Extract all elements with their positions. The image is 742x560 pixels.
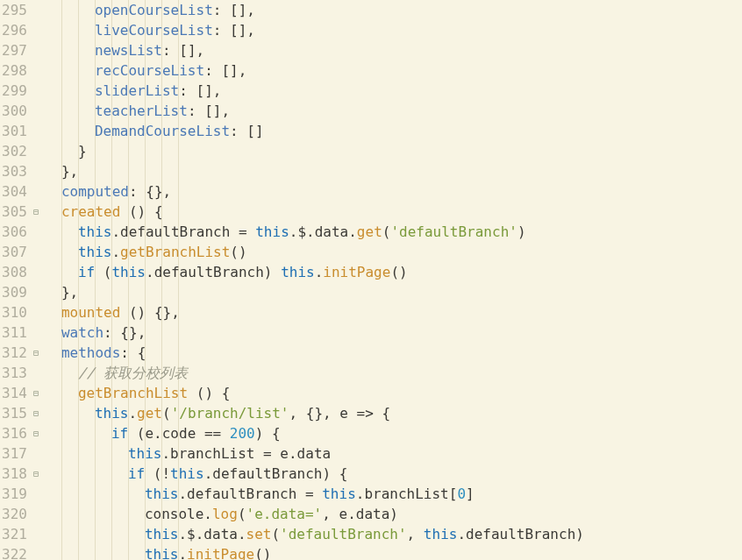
token-ident: code: [162, 425, 196, 442]
token-key: methods: [61, 344, 120, 361]
code-editor[interactable]: 2952962972982993003013023033043053063073…: [0, 0, 742, 560]
code-line[interactable]: liveCourseList: [],: [45, 20, 742, 40]
fold-marker[interactable]: ⊟: [31, 423, 41, 443]
token-method: log: [212, 506, 238, 522]
line-number: 321: [2, 524, 27, 544]
code-line[interactable]: this.getBranchList(): [45, 242, 742, 262]
code-line[interactable]: created () {: [45, 202, 742, 222]
token-str: '/branch/list': [171, 405, 289, 422]
token-sp: [297, 405, 306, 422]
code-line[interactable]: if (!this.defaultBranch) {: [45, 464, 742, 484]
fold-marker: [31, 81, 41, 101]
token-sp: [221, 425, 230, 442]
token-punc: []: [246, 123, 263, 139]
code-line[interactable]: },: [45, 282, 742, 302]
fold-marker[interactable]: ⊟: [31, 403, 41, 423]
code-line[interactable]: this.$.data.set('defaultBranch', this.de…: [45, 524, 742, 544]
code-line[interactable]: getBranchList () {: [45, 383, 742, 403]
fold-marker[interactable]: ⊟: [31, 383, 41, 403]
code-line[interactable]: if (e.code == 200) {: [45, 423, 742, 443]
token-punc: :: [129, 183, 138, 200]
code-line[interactable]: this.defaultBranch = this.$.data.get('de…: [45, 222, 742, 242]
fold-marker[interactable]: ⊟: [31, 343, 41, 363]
code-line[interactable]: computed: {},: [45, 181, 742, 202]
token-punc: ,: [213, 82, 222, 99]
token-punc: .: [178, 486, 187, 502]
token-punc: .: [111, 223, 120, 240]
token-op: =: [239, 223, 247, 240]
token-method: mounted: [61, 304, 120, 321]
token-punc: ,: [323, 405, 332, 422]
token-punc: :: [213, 2, 222, 18]
code-line[interactable]: this.branchList = e.data: [45, 443, 742, 464]
code-line[interactable]: openCourseList: [],: [45, 0, 742, 20]
token-punc: .: [347, 506, 356, 522]
code-line[interactable]: mounted () {},: [45, 302, 742, 323]
code-line[interactable]: teacherList: [],: [45, 101, 742, 121]
fold-marker: [31, 282, 41, 302]
token-punc: .: [178, 546, 187, 560]
token-key: watch: [61, 324, 103, 341]
fold-marker[interactable]: ⊟: [31, 464, 41, 484]
token-punc: .: [315, 264, 324, 280]
token-sp: [332, 405, 340, 422]
code-line[interactable]: methods: {: [45, 343, 742, 363]
token-method: getBranchList: [120, 244, 230, 260]
token-punc: (): [196, 385, 213, 401]
code-line[interactable]: this.get('/branch/list', {}, e => {: [45, 403, 742, 423]
code-line[interactable]: recCourseList: [],: [45, 60, 742, 81]
token-sp: [112, 324, 121, 341]
code-line[interactable]: newsList: [],: [45, 40, 742, 60]
token-key: recCourseList: [95, 62, 204, 79]
fold-marker[interactable]: ⊟: [31, 202, 41, 222]
token-sp: [213, 62, 222, 79]
code-line[interactable]: this.defaultBranch = this.branchList[0]: [45, 484, 742, 504]
token-sp: [272, 445, 281, 462]
token-kw: if: [78, 264, 95, 280]
token-sp: [415, 526, 424, 542]
token-ident: defaultBranch: [187, 486, 296, 502]
code-line[interactable]: sliderList: [],: [45, 81, 742, 101]
line-number: 303: [2, 161, 27, 181]
token-op: =: [263, 445, 272, 462]
token-punc: .: [306, 223, 315, 240]
code-line[interactable]: this.initPage(): [45, 544, 742, 560]
token-sp: [239, 123, 247, 139]
token-punc: (: [162, 405, 171, 422]
token-punc: (: [137, 425, 146, 442]
token-punc: ,: [246, 22, 255, 39]
token-punc: ,: [322, 506, 331, 522]
token-ident: defaultBranch: [154, 264, 264, 280]
token-punc: ): [389, 506, 398, 522]
code-line[interactable]: },: [45, 161, 742, 181]
line-number: 298: [2, 60, 27, 81]
code-line[interactable]: DemandCourseList: []: [45, 121, 742, 141]
token-punc: []: [221, 62, 238, 79]
token-kw: this: [78, 223, 112, 240]
token-key: sliderList: [95, 82, 179, 99]
token-punc: []: [230, 2, 246, 18]
code-line[interactable]: }: [45, 141, 742, 161]
token-punc: .: [153, 425, 162, 442]
token-punc: {: [154, 203, 163, 220]
token-method: initPage: [187, 546, 254, 560]
code-line[interactable]: console.log('e.data=', e.data): [45, 504, 742, 524]
fold-marker: [31, 161, 41, 181]
token-punc: ]: [466, 486, 474, 502]
line-number: 317: [2, 443, 27, 464]
token-kw: this: [145, 486, 179, 502]
token-method: getBranchList: [78, 385, 188, 401]
token-sp: [331, 465, 339, 482]
code-line[interactable]: if (this.defaultBranch) this.initPage(): [45, 262, 742, 282]
code-line[interactable]: // 获取分校列表: [45, 363, 742, 383]
token-kw: this: [145, 546, 179, 560]
code-line[interactable]: watch: {},: [45, 323, 742, 343]
line-number: 300: [2, 101, 27, 121]
token-kw: this: [170, 465, 204, 482]
fold-marker-column[interactable]: ⊟⊟⊟⊟⊟⊟: [31, 0, 41, 560]
fold-marker: [31, 40, 41, 60]
token-punc: .: [238, 526, 246, 542]
token-op: !: [161, 465, 170, 482]
code-area[interactable]: openCourseList: [],liveCourseList: [],ne…: [41, 0, 742, 560]
fold-marker: [31, 181, 41, 202]
